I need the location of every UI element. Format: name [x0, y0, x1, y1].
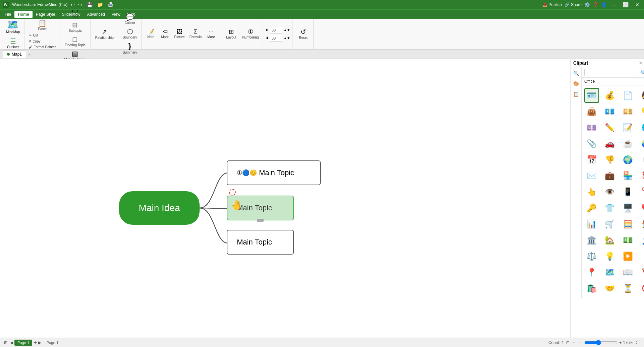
- clipart-item[interactable]: 🏪: [621, 168, 635, 183]
- fullscreen-btn[interactable]: ⛶: [636, 340, 640, 345]
- clipart-item[interactable]: 🖱️: [639, 152, 644, 167]
- clipart-item[interactable]: 👤: [639, 233, 644, 248]
- clipart-item[interactable]: 🌏: [639, 136, 644, 151]
- formula-button[interactable]: Σ Formula: [187, 28, 204, 40]
- subtopic-button[interactable]: ⊟ Subtopic: [67, 20, 84, 34]
- clipart-item[interactable]: 🗺️: [602, 265, 617, 280]
- clipart-item[interactable]: 🚗: [602, 136, 617, 151]
- save-icon[interactable]: 💾: [86, 2, 94, 7]
- clipart-close-btn[interactable]: ✕: [639, 60, 643, 66]
- clipart-item[interactable]: 🛍️: [584, 281, 599, 296]
- clipart-item[interactable]: 💴: [621, 104, 635, 119]
- clipart-item[interactable]: 🔖: [639, 265, 644, 280]
- share-button[interactable]: 🔗 Share: [565, 2, 582, 7]
- layout-button[interactable]: ⊞ Layout: [223, 27, 239, 41]
- menu-file[interactable]: File: [1, 11, 14, 18]
- clipart-item[interactable]: 🪪: [584, 88, 599, 103]
- clipart-item[interactable]: 💵: [621, 233, 635, 248]
- callout-button[interactable]: 💬 Callout: [122, 12, 138, 26]
- format-painter-button[interactable]: 🖌 Format Painter: [28, 45, 57, 50]
- panel-filter-icon[interactable]: 🎨: [571, 79, 581, 88]
- clipart-item[interactable]: 🔑: [584, 201, 599, 215]
- cut-button[interactable]: ✂ Cut: [28, 33, 57, 38]
- clipart-item[interactable]: 📎: [584, 136, 599, 151]
- clipart-item[interactable]: 👕: [602, 201, 617, 215]
- resize-handle[interactable]: [257, 219, 264, 222]
- clipart-item[interactable]: ⏳: [621, 281, 635, 296]
- clipart-item[interactable]: ✏️: [602, 120, 617, 135]
- clipart-item[interactable]: ▶️: [621, 249, 635, 264]
- relationship-button[interactable]: ↗ Relationship: [93, 27, 116, 41]
- clipart-item[interactable]: 📅: [584, 152, 599, 167]
- clipart-item[interactable]: 👆: [584, 185, 599, 199]
- print-icon[interactable]: 🖨️: [106, 2, 115, 7]
- fit-page-btn[interactable]: ⊡: [566, 340, 570, 345]
- fit-width-btn[interactable]: ↔: [572, 340, 576, 345]
- boundary-button[interactable]: ⬡ Boundary: [121, 27, 139, 41]
- clipart-item[interactable]: ✉️: [584, 168, 599, 183]
- clipart-item[interactable]: 🧑: [639, 88, 644, 103]
- zoom-slider[interactable]: [584, 340, 618, 345]
- help-icon[interactable]: ❓: [593, 2, 598, 7]
- clipart-item[interactable]: 💷: [584, 120, 599, 135]
- prev-page-btn[interactable]: ◀: [10, 340, 13, 345]
- clipart-item[interactable]: 📍: [639, 249, 644, 264]
- map1-tab[interactable]: Map1: [3, 50, 26, 58]
- clipart-item[interactable]: 📖: [621, 265, 635, 280]
- menu-view[interactable]: View: [108, 11, 124, 18]
- clipart-item[interactable]: 📍: [584, 265, 599, 280]
- clipart-category[interactable]: Office ✕: [582, 78, 644, 85]
- close-btn[interactable]: ✕: [633, 2, 641, 7]
- numbering-button[interactable]: ① Numbering: [240, 27, 261, 41]
- clipart-item[interactable]: 💡: [602, 249, 617, 264]
- topic-button[interactable]: ▭ Topic: [67, 6, 83, 19]
- clipart-item[interactable]: 👜: [584, 104, 599, 119]
- clipart-item[interactable]: ☕: [621, 136, 635, 151]
- clipart-item[interactable]: 📊: [584, 217, 599, 231]
- clipart-search-input[interactable]: [584, 69, 639, 76]
- canvas[interactable]: Main Idea ①🔵😊 Main Topic Main Topic 🤚 Ma…: [0, 59, 570, 338]
- search-icon[interactable]: 🔍: [641, 69, 644, 76]
- zoom-in-btn[interactable]: +: [619, 340, 622, 345]
- menu-advanced[interactable]: Advanced: [84, 11, 108, 18]
- clipart-item[interactable]: 📝: [621, 120, 635, 135]
- topic-node-1[interactable]: ①🔵😊 Main Topic: [227, 160, 321, 185]
- publish-button[interactable]: 📤 Publish: [542, 2, 562, 7]
- floating-topic-button[interactable]: ◻ Floating Topic: [63, 34, 88, 48]
- clipart-item[interactable]: 🌐: [639, 120, 644, 135]
- topic-node-3[interactable]: Main Topic: [227, 230, 294, 255]
- picture-button[interactable]: 🖼 Picture: [172, 28, 187, 40]
- clipart-item[interactable]: 👎: [602, 152, 617, 167]
- topic-node-2[interactable]: Main Topic: [227, 196, 294, 220]
- clipart-item[interactable]: 🏠: [639, 217, 644, 231]
- clipart-item[interactable]: 🏛️: [584, 233, 599, 248]
- clipart-item[interactable]: 🏡: [602, 233, 617, 248]
- copy-button[interactable]: ⧉ Copy: [28, 39, 57, 44]
- clipart-item[interactable]: 📱: [621, 185, 635, 199]
- clipart-item[interactable]: 💛: [639, 104, 644, 119]
- clipart-item[interactable]: 💰: [602, 88, 617, 103]
- width-input[interactable]: [270, 27, 282, 33]
- zoom-out-btn[interactable]: —: [579, 340, 583, 345]
- clipart-item[interactable]: 💶: [602, 104, 617, 119]
- clipart-item[interactable]: 🤝: [602, 281, 617, 296]
- account-icon[interactable]: 👤: [601, 2, 607, 7]
- clipart-item[interactable]: 📄: [621, 88, 635, 103]
- clipart-item[interactable]: 🌍: [621, 152, 635, 167]
- paste-button[interactable]: 📋 Paste: [32, 18, 52, 32]
- panel-list-icon[interactable]: 📋: [571, 89, 581, 99]
- height-input[interactable]: [270, 35, 282, 42]
- main-idea-node[interactable]: Main Idea: [119, 191, 200, 225]
- width-stepper[interactable]: ▲▼: [283, 28, 290, 32]
- folder-icon[interactable]: 📁: [96, 2, 104, 7]
- clipart-item[interactable]: 🖥️: [621, 201, 635, 215]
- note-button[interactable]: 📝 Note: [144, 28, 158, 40]
- clipart-item[interactable]: 🛒: [602, 217, 617, 231]
- mindmap-button[interactable]: 🗺️ MindMap: [3, 18, 22, 35]
- clipart-item[interactable]: 💼: [602, 168, 617, 183]
- page-1-tab[interactable]: Page-1: [14, 340, 32, 346]
- next-page-btn[interactable]: ▶: [38, 340, 41, 345]
- clipart-item[interactable]: 🧮: [621, 217, 635, 231]
- add-tab-button[interactable]: +: [28, 51, 31, 57]
- clipart-item[interactable]: ⏰: [639, 168, 644, 183]
